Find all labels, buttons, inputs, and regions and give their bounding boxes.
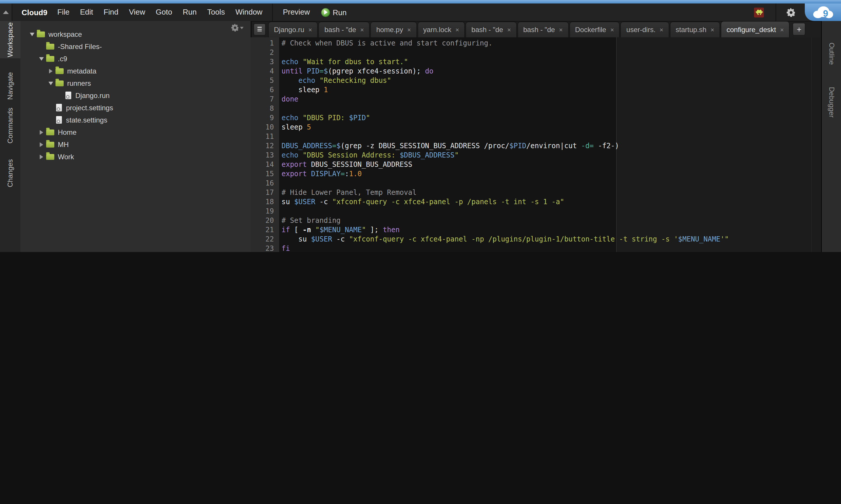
expand-arrow-open-icon[interactable] xyxy=(38,57,45,60)
tab-label: bash - "de xyxy=(523,26,555,34)
code-editor[interactable]: 1234567891011121314151617181920212223242… xyxy=(251,37,821,252)
line-number: 19 xyxy=(251,206,279,216)
tree-item-django-run[interactable]: Django.run xyxy=(20,89,251,102)
settings-gear-icon[interactable] xyxy=(787,8,795,17)
menu-item-edit[interactable]: Edit xyxy=(75,3,98,21)
line-number: 9 xyxy=(251,113,279,123)
tree-item-work[interactable]: Work xyxy=(20,150,251,163)
tab-close-icon[interactable]: × xyxy=(507,26,511,33)
code-line: # Hide Lower Panel, Temp Removal xyxy=(281,188,821,197)
tab-label: bash - "de xyxy=(324,26,356,34)
code-line xyxy=(281,179,821,188)
menu-item-goto[interactable]: Goto xyxy=(150,3,177,21)
editor-tab-dockerfile[interactable]: Dockerfile× xyxy=(569,22,620,37)
line-number: 18 xyxy=(251,197,279,206)
tab-close-icon[interactable]: × xyxy=(308,26,312,33)
expand-arrow-closed-icon[interactable] xyxy=(38,154,45,159)
window-title-strip xyxy=(0,0,841,3)
expand-arrow-closed-icon[interactable] xyxy=(38,142,45,147)
menu-items: FileEditFindViewGotoRunToolsWindow xyxy=(52,3,268,21)
tree-item-label: -Shared Files- xyxy=(58,42,102,51)
folder-icon xyxy=(46,142,54,147)
menu-item-window[interactable]: Window xyxy=(230,3,268,21)
folder-icon xyxy=(37,31,45,37)
editor-tab-startup-sh[interactable]: startup.sh× xyxy=(670,22,720,37)
tree-item-label: project.settings xyxy=(66,104,113,112)
code-content: # Check when DBUS is active and start co… xyxy=(279,37,821,252)
menu-collapse-button[interactable] xyxy=(0,3,12,21)
tree-item-runners[interactable]: runners xyxy=(20,77,251,89)
code-line xyxy=(281,48,821,57)
tab-label: Dockerfile xyxy=(575,26,606,34)
run-play-icon[interactable] xyxy=(321,8,330,17)
tree-item-shared-files[interactable]: -Shared Files- xyxy=(20,40,251,53)
tab-close-icon[interactable]: × xyxy=(455,26,459,33)
tab-label: configure_deskt xyxy=(726,25,776,34)
new-tab-button[interactable]: + xyxy=(792,23,805,36)
tree-item-c9[interactable]: .c9 xyxy=(20,53,251,65)
editor-tab-home-py[interactable]: home.py× xyxy=(370,22,417,37)
run-button[interactable]: Run xyxy=(332,8,347,17)
editor-tab-django-ru[interactable]: Django.ru× xyxy=(268,22,318,37)
runner-file-icon xyxy=(56,104,62,111)
tree-item-label: runners xyxy=(67,79,91,87)
editor-tab-bash-de[interactable]: bash - "de× xyxy=(517,22,569,37)
tab-close-icon[interactable]: × xyxy=(660,26,664,33)
tab-close-icon[interactable]: × xyxy=(559,26,563,33)
code-line: su $USER -c "xfconf-query -c xfce4-panel… xyxy=(281,234,821,244)
tree-item-label: metadata xyxy=(67,67,96,75)
tree-item-project-settings[interactable]: project.settings xyxy=(20,102,251,114)
tab-list-icon[interactable] xyxy=(254,23,266,36)
code-line xyxy=(281,206,821,216)
expand-arrow-open-icon[interactable] xyxy=(29,32,36,36)
tab-close-icon[interactable]: × xyxy=(407,26,411,33)
menu-item-preview[interactable]: Preview xyxy=(278,3,315,21)
tab-close-icon[interactable]: × xyxy=(710,26,714,33)
sidebar-tab-navigate[interactable]: Navigate xyxy=(0,72,20,99)
line-number: 7 xyxy=(251,94,279,104)
code-line: export DBUS_SESSION_BUS_ADDRESS xyxy=(281,160,821,169)
tree-item-workspace[interactable]: workspace xyxy=(20,28,251,40)
sidebar-tab-commands[interactable]: Commands xyxy=(0,111,20,140)
menu-item-view[interactable]: View xyxy=(123,3,150,21)
left-panel-strip: WorkspaceNavigateCommandsChanges xyxy=(0,21,21,252)
debug-bug-icon[interactable] xyxy=(754,7,764,17)
sidebar-tab-workspace[interactable]: Workspace xyxy=(0,21,20,58)
tab-close-icon[interactable]: × xyxy=(360,26,364,33)
sidebar-tab-debugger[interactable]: Debugger xyxy=(822,84,841,120)
menu-item-file[interactable]: File xyxy=(52,3,75,21)
editor-scrollbar[interactable] xyxy=(811,37,821,252)
right-panel-strip: OutlineDebugger xyxy=(821,21,841,252)
tree-item-home[interactable]: Home xyxy=(20,126,251,138)
folder-icon xyxy=(46,129,54,135)
editor-tab-yarn-lock[interactable]: yarn.lock× xyxy=(417,22,465,37)
tree-item-state-settings[interactable]: state.settings xyxy=(20,114,251,126)
expand-arrow-open-icon[interactable] xyxy=(47,82,54,85)
sidebar-tab-outline[interactable]: Outline xyxy=(822,38,841,69)
editor-tab-bash-de[interactable]: bash - "de× xyxy=(465,22,517,37)
file-tree: workspace-Shared Files-.c9metadatarunner… xyxy=(20,28,251,163)
tab-label: Django.ru xyxy=(274,26,304,34)
code-line: until PID=$(pgrep xfce4-session); do xyxy=(281,67,821,76)
tree-item-mh[interactable]: MH xyxy=(20,138,251,150)
menu-item-find[interactable]: Find xyxy=(98,3,124,21)
editor-tab-user-dirs[interactable]: user-dirs.× xyxy=(620,22,669,37)
expand-arrow-closed-icon[interactable] xyxy=(47,69,54,73)
line-number: 13 xyxy=(251,150,279,160)
code-line xyxy=(281,104,821,113)
line-number: 21 xyxy=(251,225,279,234)
app-title: Cloud9 xyxy=(22,8,47,17)
expand-arrow-closed-icon[interactable] xyxy=(38,130,45,134)
menu-item-tools[interactable]: Tools xyxy=(202,3,230,21)
tree-item-metadata[interactable]: metadata xyxy=(20,65,251,77)
sidebar-tab-changes[interactable]: Changes xyxy=(0,160,20,187)
tab-close-icon[interactable]: × xyxy=(610,26,614,33)
code-line: fi xyxy=(281,244,821,252)
tab-close-icon[interactable]: × xyxy=(780,26,784,33)
menubar: Cloud9 FileEditFindViewGotoRunToolsWindo… xyxy=(0,3,841,22)
line-number: 4 xyxy=(251,67,279,76)
menu-item-run[interactable]: Run xyxy=(177,3,202,21)
editor-tab-bash-de[interactable]: bash - "de× xyxy=(319,22,370,37)
line-number: 16 xyxy=(251,179,279,188)
editor-tab-configure-deskt[interactable]: configure_deskt× xyxy=(721,21,790,37)
